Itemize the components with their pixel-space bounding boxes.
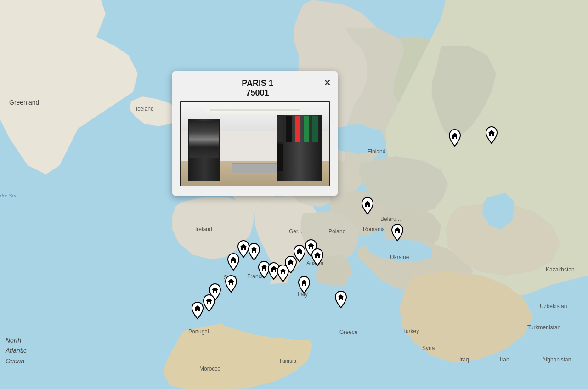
marker-greece[interactable] [334, 290, 348, 309]
map-container: Greenland Iceland Norwegian Sea Ireland … [0, 0, 588, 389]
marker-spain1[interactable] [224, 275, 238, 293]
marker-austria[interactable] [310, 248, 325, 266]
marker-portugal[interactable] [190, 301, 205, 320]
marker-paris3[interactable] [247, 242, 261, 261]
popup-store-image [180, 101, 330, 186]
marker-russia2[interactable] [484, 126, 499, 144]
popup-title: PARIS 1 75001 [191, 79, 324, 98]
marker-russia1[interactable] [447, 129, 462, 147]
popup-zip: 75001 [191, 88, 324, 98]
marker-belarus[interactable] [390, 223, 405, 242]
marker-warsaw[interactable] [360, 197, 375, 215]
popup-header: PARIS 1 75001 × [180, 79, 330, 98]
marker-paris2[interactable] [226, 253, 241, 271]
marker-italy[interactable] [297, 276, 311, 294]
store-popup: PARIS 1 75001 × [172, 71, 338, 196]
popup-close-button[interactable]: × [324, 78, 330, 88]
popup-city: PARIS 1 [191, 79, 324, 88]
